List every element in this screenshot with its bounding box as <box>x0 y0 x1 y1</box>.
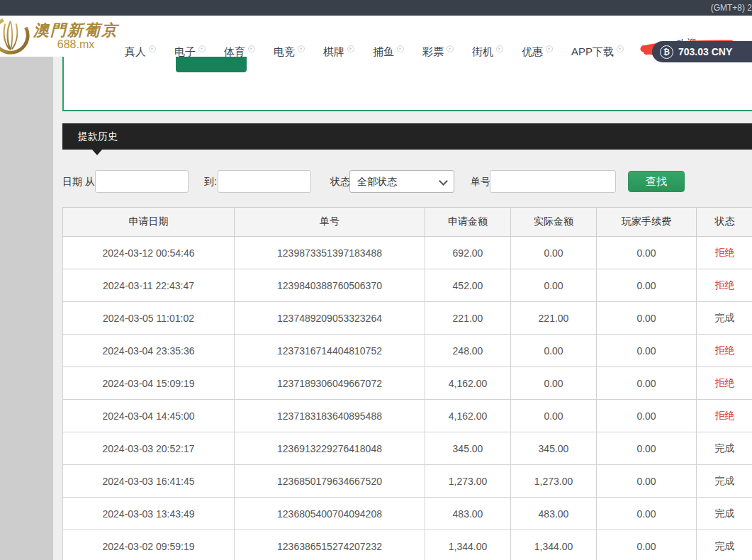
nav-target-icon <box>298 45 305 52</box>
table-cell-date: 2024-03-03 20:52:17 <box>63 432 235 465</box>
table-cell-order_id: 1236805400704094208 <box>235 498 425 530</box>
table-row: 2024-03-05 11:01:02123748920905332326422… <box>63 302 752 335</box>
balance-amount: 703.03 CNY <box>678 46 732 57</box>
table-cell-order_id: 1237189306049667072 <box>235 367 425 400</box>
table-cell-date: 2024-03-04 15:09:19 <box>63 367 235 400</box>
logo-domain: 688.mx <box>33 38 118 51</box>
table-cell-date: 2024-03-03 13:43:49 <box>63 498 235 530</box>
table-cell-request_amount: 1,273.00 <box>425 465 511 498</box>
table-header-cell: 申请日期 <box>63 208 235 237</box>
logo-text: 澳門新葡京 688.mx <box>33 21 118 51</box>
table-cell-status: 完成 <box>697 302 752 335</box>
withdraw-form-panel <box>62 57 752 111</box>
left-gutter <box>0 57 53 560</box>
table-cell-status: 完成 <box>697 498 752 530</box>
table-cell-order_id: 1236386515274207232 <box>235 530 425 560</box>
table-header-row: 申请日期单号申请金额实际金额玩家手续费状态 <box>63 208 752 237</box>
table-cell-date: 2024-03-05 11:01:02 <box>63 302 235 335</box>
table-cell-actual_amount: 221.00 <box>511 302 597 335</box>
balance-pill[interactable]: ₿ 703.03 CNY <box>652 41 752 62</box>
table-cell-actual_amount: 0.00 <box>511 269 597 302</box>
table-cell-status: 拒绝 <box>697 237 752 269</box>
table-cell-actual_amount: 483.00 <box>511 498 597 530</box>
table-cell-date: 2024-03-11 22:43:47 <box>63 269 235 302</box>
table-header-cell: 状态 <box>697 208 752 237</box>
table-cell-player_fee: 0.00 <box>597 269 697 302</box>
bitcoin-icon: ₿ <box>660 45 673 59</box>
table-cell-date: 2024-03-02 09:59:19 <box>63 530 235 560</box>
table-cell-request_amount: 452.00 <box>425 269 511 302</box>
table-cell-actual_amount: 0.00 <box>511 237 597 269</box>
withdrawal-history-table: 申请日期单号申请金额实际金额玩家手续费状态 2024-03-12 00:54:4… <box>62 207 752 560</box>
nav-target-icon <box>397 45 404 52</box>
table-cell-actual_amount: 0.00 <box>511 367 597 400</box>
lotus-emblem-icon <box>0 14 31 58</box>
table-cell-status: 拒绝 <box>697 400 752 432</box>
order-number-input[interactable] <box>490 170 616 193</box>
table-header-cell: 玩家手续费 <box>597 208 697 237</box>
table-cell-player_fee: 0.00 <box>597 302 697 335</box>
table-header-cell: 申请金额 <box>425 208 511 237</box>
table-row: 2024-03-03 13:43:49123680540070409420848… <box>63 498 752 530</box>
table-row: 2024-03-04 23:35:36123731671440481075224… <box>63 335 752 367</box>
nav-target-icon <box>347 45 354 52</box>
table-cell-actual_amount: 0.00 <box>511 400 597 432</box>
history-panel-header: 提款历史 <box>62 123 752 150</box>
table-cell-status: 完成 <box>697 465 752 498</box>
table-cell-player_fee: 0.00 <box>597 465 697 498</box>
table-row: 2024-03-03 20:52:17123691322927641804834… <box>63 432 752 465</box>
table-cell-player_fee: 0.00 <box>597 530 697 560</box>
logo-title: 澳門新葡京 <box>33 21 118 38</box>
submit-button-partial[interactable] <box>176 57 247 72</box>
date-to-label: 到: <box>204 170 217 193</box>
date-from-label: 日期 从: <box>62 170 98 193</box>
table-cell-order_id: 1237183183640895488 <box>235 400 425 432</box>
table-header-cell: 单号 <box>235 208 425 237</box>
panel-title: 提款历史 <box>62 123 752 150</box>
table-cell-player_fee: 0.00 <box>597 335 697 367</box>
date-to-input[interactable] <box>218 170 311 193</box>
table-cell-date: 2024-03-12 00:54:46 <box>63 237 235 269</box>
table-cell-actual_amount: 345.00 <box>511 432 597 465</box>
table-cell-status: 完成 <box>697 530 752 560</box>
table-cell-player_fee: 0.00 <box>597 498 697 530</box>
table-cell-date: 2024-03-04 14:45:00 <box>63 400 235 432</box>
table-cell-request_amount: 4,162.00 <box>425 367 511 400</box>
table-cell-request_amount: 1,344.00 <box>425 530 511 560</box>
nav-target-icon <box>149 45 156 52</box>
table-row: 2024-03-04 14:45:0012371831836408954884,… <box>63 400 752 432</box>
panel-arrow-icon <box>92 150 102 155</box>
site-logo[interactable]: 澳門新葡京 688.mx <box>0 16 118 57</box>
table-row: 2024-03-04 15:09:1912371893060496670724,… <box>63 367 752 400</box>
table-cell-status: 拒绝 <box>697 335 752 367</box>
table-cell-order_id: 1237316714404810752 <box>235 335 425 367</box>
table-cell-request_amount: 483.00 <box>425 498 511 530</box>
nav-target-icon <box>248 45 255 52</box>
status-selected-value: 全部状态 <box>357 176 397 187</box>
table-cell-player_fee: 0.00 <box>597 367 697 400</box>
table-cell-status: 拒绝 <box>697 367 752 400</box>
nav-target-icon <box>198 45 206 52</box>
table-cell-request_amount: 248.00 <box>425 335 511 367</box>
status-select[interactable]: 全部状态 <box>349 170 454 193</box>
table-row: 2024-03-02 09:59:1912363865152742072321,… <box>63 530 752 560</box>
table-cell-request_amount: 692.00 <box>425 237 511 269</box>
table-cell-order_id: 1237489209053323264 <box>235 302 425 335</box>
chevron-down-icon <box>439 177 448 186</box>
table-cell-date: 2024-03-04 23:35:36 <box>63 335 235 367</box>
date-from-input[interactable] <box>95 170 189 193</box>
search-button[interactable]: 查找 <box>628 171 685 192</box>
table-cell-order_id: 1236850179634667520 <box>235 465 425 498</box>
table-cell-order_id: 1239873351397183488 <box>235 237 425 269</box>
table-cell-request_amount: 4,162.00 <box>425 400 511 432</box>
table-row: 2024-03-11 22:43:47123984038876050637045… <box>63 269 752 302</box>
top-bar: (GMT+8) 2 <box>0 0 752 16</box>
table-cell-player_fee: 0.00 <box>597 237 697 269</box>
table-cell-request_amount: 345.00 <box>425 432 511 465</box>
table-row: 2024-03-03 16:41:4512368501796346675201,… <box>63 465 752 498</box>
nav-target-icon <box>447 45 454 52</box>
table-cell-actual_amount: 0.00 <box>511 335 597 367</box>
table-row: 2024-03-12 00:54:46123987335139718348869… <box>63 237 752 269</box>
table-cell-order_id: 1239840388760506370 <box>235 269 425 302</box>
site-header: 澳門新葡京 688.mx 真人电子体育电竞棋牌捕鱼彩票街机优惠APP下载 欢迎 <box>0 16 752 57</box>
